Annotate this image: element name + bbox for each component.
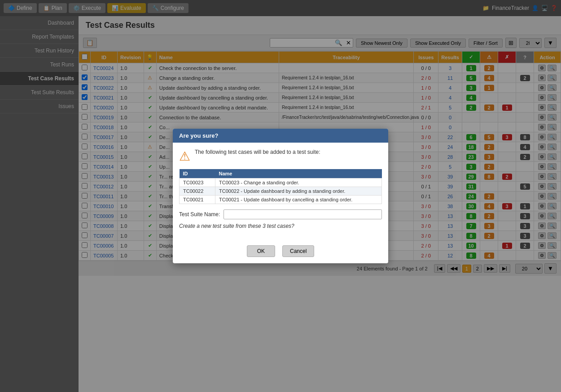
modal-dialog: Are you sure? ⚠ The following test cases…: [173, 129, 388, 263]
suite-name-label: Test Suite Name:: [179, 211, 220, 218]
modal-row-id: TC00021: [180, 196, 215, 204]
suite-name-row: Test Suite Name:: [179, 209, 382, 219]
modal-row-name: TC00023 - Change a standing order.: [215, 179, 382, 187]
modal-row-id: TC00023: [180, 179, 215, 187]
modal-warning-row: ⚠ The following test cases will be added…: [179, 149, 382, 164]
modal-col-id: ID: [180, 169, 215, 179]
modal-table-row: TC00023 TC00023 - Change a standing orde…: [180, 179, 382, 187]
modal-inner-table: ID Name TC00023 TC00023 - Change a stand…: [179, 169, 382, 204]
modal-ok-button[interactable]: OK: [247, 245, 275, 257]
create-msg: Create a new test suite from these 3 tes…: [179, 223, 382, 229]
modal-footer: OK Cancel: [173, 242, 388, 263]
modal-header: Are you sure?: [173, 129, 388, 143]
modal-col-name: Name: [215, 169, 382, 179]
modal-cancel-button[interactable]: Cancel: [282, 245, 314, 257]
modal-table-row: TC00022 TC00022 - Update dashboard by ad…: [180, 187, 382, 196]
warning-icon: ⚠: [179, 149, 190, 164]
modal-overlay: Are you sure? ⚠ The following test cases…: [0, 0, 561, 392]
modal-row-name: TC00021 - Update dashboard by cancelling…: [215, 196, 382, 204]
modal-row-id: TC00022: [180, 187, 215, 196]
modal-body: ⚠ The following test cases will be added…: [173, 143, 388, 242]
modal-table-row: TC00021 TC00021 - Update dashboard by ca…: [180, 196, 382, 204]
suite-name-input[interactable]: [224, 209, 382, 219]
modal-row-name: TC00022 - Update dashboard by adding a s…: [215, 187, 382, 196]
